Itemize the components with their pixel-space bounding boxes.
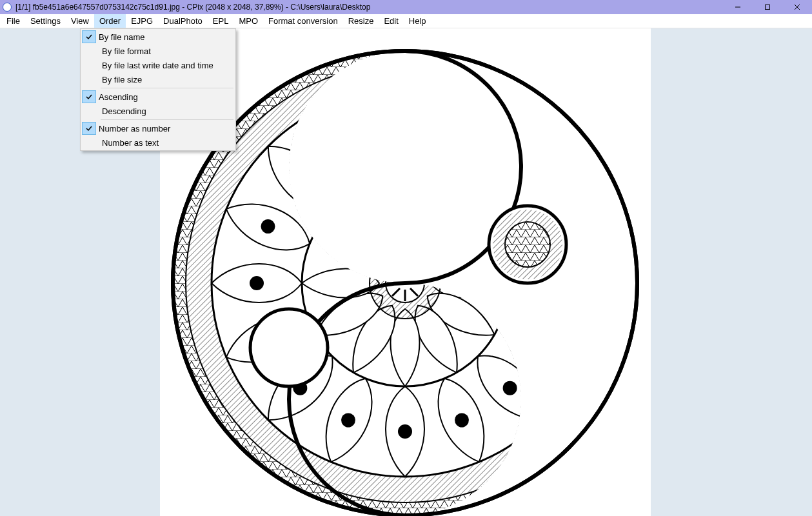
menu-edit[interactable]: Edit <box>379 14 403 28</box>
order-by-file-format[interactable]: By file format <box>81 44 235 58</box>
minimize-button[interactable] <box>723 0 753 14</box>
menu-separator <box>101 88 233 88</box>
order-by-file-name[interactable]: By file name <box>81 30 235 44</box>
menuitem-label: Ascending <box>96 92 138 102</box>
menu-help[interactable]: Help <box>404 14 431 28</box>
menu-separator <box>101 119 233 120</box>
menu-resize[interactable]: Resize <box>343 14 379 28</box>
menu-formatconversion[interactable]: Format conversion <box>263 14 343 28</box>
svg-point-27 <box>505 222 550 267</box>
close-button[interactable] <box>782 0 812 14</box>
menuitem-label: Number as text <box>99 138 159 148</box>
menuitem-label: By file last write date and time <box>99 61 213 70</box>
svg-rect-1 <box>766 5 770 10</box>
order-ascending[interactable]: Ascending <box>81 90 235 104</box>
menuitem-label: Descending <box>99 106 146 116</box>
order-dropdown: By file name By file format By file last… <box>80 28 236 151</box>
menuitem-label: Number as number <box>96 124 170 134</box>
maximize-button[interactable] <box>753 0 782 14</box>
order-by-file-size[interactable]: By file size <box>81 72 235 86</box>
app-icon <box>3 3 12 12</box>
checkmark-icon <box>82 90 96 103</box>
svg-point-23 <box>250 309 328 386</box>
order-descending[interactable]: Descending <box>81 104 235 118</box>
menu-view[interactable]: View <box>66 14 94 28</box>
menubar: File Settings View Order EJPG DualPhoto … <box>0 14 812 28</box>
menu-epl[interactable]: EPL <box>208 14 234 28</box>
order-by-file-last-write[interactable]: By file last write date and time <box>81 58 235 72</box>
menu-dualphoto[interactable]: DualPhoto <box>158 14 208 28</box>
menu-ejpg[interactable]: EJPG <box>126 14 158 28</box>
menu-order[interactable]: Order <box>94 14 126 28</box>
menuitem-label: By file size <box>99 75 142 84</box>
order-number-as-number[interactable]: Number as number <box>81 121 235 135</box>
window-controls <box>723 0 812 14</box>
menu-settings[interactable]: Settings <box>25 14 66 28</box>
checkmark-icon <box>82 122 96 135</box>
titlebar: [1/1] fb5e451a6e647557d0753142c75c1d91.j… <box>0 0 812 14</box>
menu-mpo[interactable]: MPO <box>233 14 263 28</box>
menuitem-label: By file name <box>96 32 145 42</box>
checkmark-icon <box>82 30 96 43</box>
order-number-as-text[interactable]: Number as text <box>81 135 235 150</box>
window-title: [1/1] fb5e451a6e647557d0753142c75c1d91.j… <box>15 3 370 12</box>
menuitem-label: By file format <box>99 46 151 56</box>
menu-file[interactable]: File <box>1 14 25 28</box>
